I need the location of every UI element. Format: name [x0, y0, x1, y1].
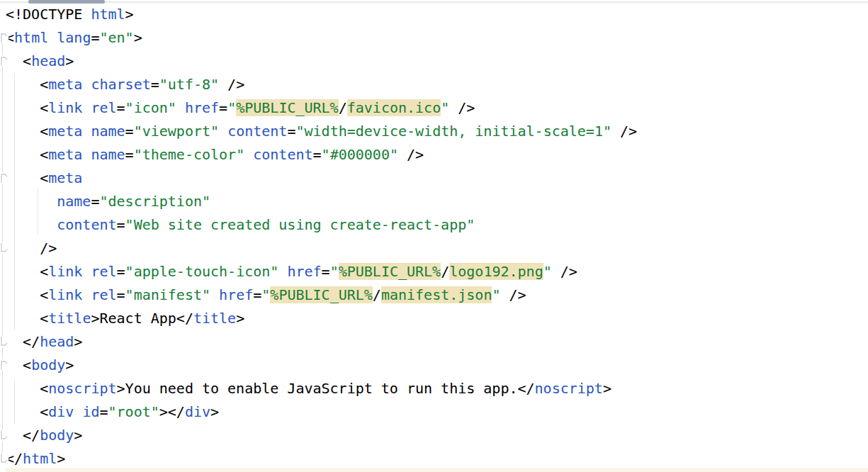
code-token: body — [31, 356, 65, 373]
code-token: /> — [219, 76, 244, 93]
code-line[interactable]: <html lang="en"> — [0, 26, 868, 50]
code-token: id — [82, 403, 99, 420]
code-token: = — [117, 263, 125, 280]
code-token — [210, 286, 219, 303]
code-token: "manifest" — [125, 286, 210, 303]
code-line[interactable]: <div id="root"></div> — [0, 400, 868, 424]
code-token — [278, 263, 287, 280]
code-token: "theme-color" — [134, 146, 245, 163]
code-fold-marker[interactable] — [0, 242, 9, 254]
code-token: %PUBLIC_URL% — [270, 286, 373, 303]
code-token: "#000000" — [322, 146, 398, 163]
code-token: "icon" — [125, 99, 176, 116]
code-token: <!DOCTYPE — [6, 6, 91, 23]
code-line[interactable]: <meta name="viewport" content="width=dev… — [0, 120, 868, 143]
horizontal-scrollbar-track[interactable] — [0, 1, 868, 3]
code-line[interactable]: <link rel="manifest" href="%PUBLIC_URL%/… — [0, 283, 868, 307]
code-token: < — [6, 403, 48, 420]
code-token: "apple-touch-icon" — [125, 263, 279, 280]
code-token: > — [236, 310, 244, 327]
code-editor[interactable]: <!DOCTYPE html><html lang="en"> <head> <… — [0, 0, 868, 472]
code-token — [82, 146, 91, 163]
code-line[interactable]: <body> — [0, 354, 868, 377]
code-token: favicon.ico — [347, 99, 441, 116]
code-token: html — [14, 29, 48, 46]
code-token: "utf-8" — [159, 76, 219, 93]
code-line[interactable]: </head> — [0, 330, 868, 354]
code-token: = — [91, 193, 99, 210]
code-token: /> — [552, 263, 577, 280]
code-token: rel — [91, 263, 116, 280]
code-token: < — [6, 146, 48, 163]
code-line[interactable]: <meta — [0, 167, 868, 190]
code-line[interactable]: <link rel="icon" href="%PUBLIC_URL%/favi… — [0, 96, 868, 120]
code-line[interactable]: name="description" — [0, 190, 868, 213]
code-token: content — [57, 216, 116, 233]
code-token: link — [48, 99, 82, 116]
code-token: < — [6, 99, 48, 116]
code-token: noscript — [535, 380, 603, 397]
code-token: "width=device-width, initial-scale=1" — [295, 123, 611, 140]
code-token: href — [219, 286, 253, 303]
code-token: " — [261, 286, 270, 303]
code-line[interactable]: <meta name="theme-color" content="#00000… — [0, 143, 868, 167]
code-token: = — [117, 99, 125, 116]
code-token: > — [134, 29, 142, 46]
code-token: " — [543, 263, 552, 280]
code-token: " — [330, 263, 339, 280]
code-token — [6, 193, 57, 210]
code-fold-marker[interactable] — [0, 32, 9, 43]
code-line[interactable]: <!DOCTYPE html> — [0, 3, 868, 26]
code-token: href — [185, 99, 219, 116]
code-token: name — [91, 123, 125, 140]
code-token: = — [151, 76, 159, 93]
code-token: /> — [449, 99, 475, 116]
code-line[interactable]: </body> — [0, 424, 868, 447]
code-line[interactable]: <title>React App</title> — [0, 307, 868, 330]
code-token: = — [117, 286, 125, 303]
code-token: content — [227, 123, 287, 140]
code-token: < — [6, 263, 48, 280]
code-token: "en" — [99, 29, 133, 46]
code-text-area[interactable]: <!DOCTYPE html><html lang="en"> <head> <… — [0, 3, 868, 471]
code-token: charset — [91, 76, 150, 93]
code-fold-marker[interactable] — [0, 172, 9, 184]
code-token: < — [6, 356, 31, 373]
code-token: /> — [6, 240, 57, 257]
code-line[interactable]: <meta charset="utf-8" /> — [0, 73, 868, 96]
code-token: logo192.png — [449, 263, 543, 280]
code-fold-marker[interactable] — [0, 336, 9, 347]
code-line[interactable]: /> — [0, 237, 868, 260]
code-line[interactable]: <link rel="apple-touch-icon" href="%PUBL… — [0, 260, 868, 283]
code-fold-marker[interactable] — [0, 453, 9, 464]
code-token: = — [313, 146, 322, 163]
code-token: meta — [48, 146, 82, 163]
code-token: lang — [57, 29, 91, 46]
code-token: > — [74, 427, 82, 444]
code-token — [74, 403, 82, 420]
code-token: > — [57, 450, 65, 467]
code-token: "Web site created using create-react-app… — [125, 216, 475, 233]
code-token: /> — [398, 146, 424, 163]
code-fold-marker[interactable] — [0, 359, 9, 371]
horizontal-scrollbar-thumb[interactable] — [28, 0, 105, 4]
current-line-highlight — [6, 468, 868, 472]
code-token: " — [227, 99, 236, 116]
code-token: rel — [91, 99, 116, 116]
code-line[interactable]: <head> — [0, 50, 868, 73]
code-token: %PUBLIC_URL% — [339, 263, 441, 280]
code-token: </ — [6, 427, 40, 444]
code-token: "description" — [99, 193, 210, 210]
code-token: html — [91, 6, 125, 23]
code-token: "root" — [108, 403, 159, 420]
code-line[interactable]: <noscript>You need to enable JavaScript … — [0, 377, 868, 400]
code-fold-marker[interactable] — [0, 55, 9, 67]
code-token: > — [210, 403, 219, 420]
code-fold-marker[interactable] — [0, 429, 9, 441]
code-token: / — [441, 263, 449, 280]
code-token: < — [6, 286, 48, 303]
code-token: ></ — [159, 403, 185, 420]
code-line[interactable]: content="Web site created using create-r… — [0, 213, 868, 237]
code-token — [244, 146, 253, 163]
code-token — [82, 286, 91, 303]
